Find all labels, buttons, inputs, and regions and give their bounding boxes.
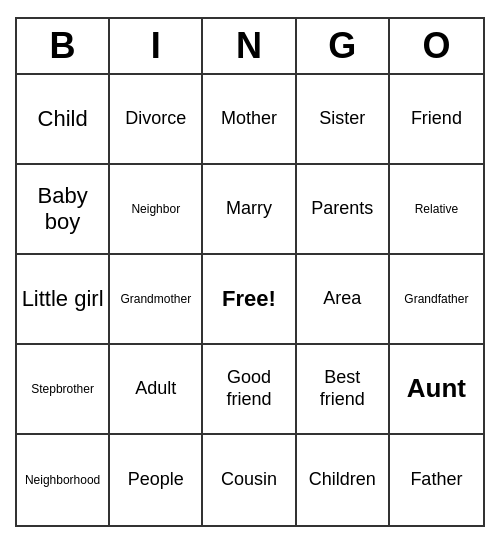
bingo-cell-11: Grandmother [110,255,203,345]
header-letter-g: G [297,19,390,73]
bingo-cell-23: Children [297,435,390,525]
header-letter-o: O [390,19,483,73]
bingo-cell-22: Cousin [203,435,296,525]
bingo-cell-6: Neighbor [110,165,203,255]
bingo-cell-12: Free! [203,255,296,345]
header-letter-b: B [17,19,110,73]
bingo-cell-5: Baby boy [17,165,110,255]
bingo-cell-7: Marry [203,165,296,255]
bingo-cell-1: Divorce [110,75,203,165]
bingo-cell-4: Friend [390,75,483,165]
bingo-cell-19: Aunt [390,345,483,435]
bingo-cell-10: Little girl [17,255,110,345]
bingo-cell-15: Stepbrother [17,345,110,435]
bingo-cell-17: Good friend [203,345,296,435]
bingo-cell-24: Father [390,435,483,525]
bingo-cell-13: Area [297,255,390,345]
header-letter-n: N [203,19,296,73]
bingo-card: BINGO ChildDivorceMotherSisterFriendBaby… [15,17,485,527]
bingo-cell-2: Mother [203,75,296,165]
bingo-header: BINGO [17,19,483,75]
header-letter-i: I [110,19,203,73]
bingo-cell-0: Child [17,75,110,165]
bingo-cell-9: Relative [390,165,483,255]
bingo-cell-14: Grandfather [390,255,483,345]
bingo-cell-16: Adult [110,345,203,435]
bingo-cell-21: People [110,435,203,525]
bingo-cell-18: Best friend [297,345,390,435]
bingo-cell-20: Neighborhood [17,435,110,525]
bingo-cell-8: Parents [297,165,390,255]
bingo-grid: ChildDivorceMotherSisterFriendBaby boyNe… [17,75,483,525]
bingo-cell-3: Sister [297,75,390,165]
